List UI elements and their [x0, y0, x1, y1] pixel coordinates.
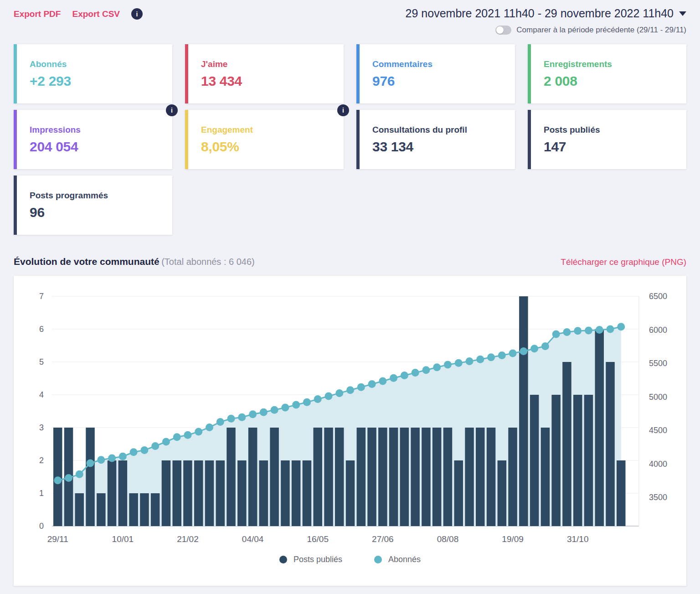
stat-card-value: 8,05%: [201, 139, 339, 155]
export-links: Export PDF Export CSV i: [14, 7, 143, 20]
subscribers-point: [54, 476, 62, 484]
subscribers-point: [346, 386, 354, 394]
left-axis-tick: 2: [39, 456, 44, 465]
toggle-knob: [496, 26, 504, 34]
subscribers-point: [206, 424, 213, 431]
subscribers-point: [466, 357, 474, 365]
right-axis-tick: 4000: [649, 460, 667, 469]
subscribers-point: [271, 406, 278, 414]
posts-bar: [108, 460, 117, 526]
subscribers-point: [520, 347, 527, 355]
subscribers-point: [162, 438, 170, 446]
subscribers-point: [97, 456, 105, 464]
stat-card-5: Engagement8,05%i: [185, 110, 344, 169]
subscribers-point: [151, 442, 159, 450]
subscribers-point: [607, 325, 614, 333]
export-pdf-link[interactable]: Export PDF: [14, 9, 61, 19]
compare-label: Comparer à la période précédente (29/11 …: [516, 26, 686, 35]
subscribers-point: [444, 361, 452, 368]
subscribers-point: [281, 404, 289, 412]
right-axis-tick: 4500: [649, 426, 667, 435]
download-chart-link[interactable]: Télécharger ce graphique (PNG): [561, 257, 686, 267]
legend-item[interactable]: Posts publiés: [279, 555, 342, 564]
posts-bar: [465, 428, 474, 526]
subscribers-point: [65, 474, 72, 482]
subscribers-point: [552, 331, 560, 338]
stat-card-value: 13 434: [201, 73, 339, 89]
x-axis-tick: 31/10: [567, 534, 589, 544]
stat-card-1: J'aime13 434: [185, 44, 344, 103]
subscribers-point: [130, 448, 138, 456]
stat-card-8: Posts programmés96: [14, 176, 172, 235]
left-axis-tick: 3: [39, 423, 44, 432]
date-range-selector[interactable]: 29 novembre 2021 11h40 - 29 novembre 202…: [406, 7, 686, 20]
right-axis-tick: 5500: [649, 359, 667, 368]
left-axis-tick: 6: [39, 325, 44, 334]
subscribers-point: [617, 323, 625, 331]
posts-bar: [357, 428, 366, 526]
posts-bar: [541, 428, 550, 526]
posts-bar: [335, 428, 344, 526]
right-axis-tick: 6500: [649, 292, 667, 301]
stat-card-value: 976: [372, 73, 510, 89]
subscribers-point: [76, 470, 83, 478]
left-axis-tick: 1: [39, 489, 44, 498]
posts-bar: [281, 460, 290, 526]
posts-bar: [443, 428, 453, 526]
legend-dot-icon: [374, 556, 382, 563]
posts-bar: [551, 395, 561, 526]
posts-bar: [562, 362, 571, 526]
subscribers-point: [509, 349, 517, 357]
x-axis-tick: 27/06: [372, 534, 394, 544]
posts-bar: [226, 428, 236, 526]
compare-toggle[interactable]: [495, 26, 511, 35]
subscribers-point: [227, 415, 235, 423]
subscribers-point: [541, 342, 549, 350]
subscribers-point: [325, 393, 333, 400]
stat-card-label: Commentaires: [372, 59, 510, 69]
stat-card-label: Impressions: [30, 125, 168, 135]
legend-dot-icon: [279, 556, 287, 563]
legend-item[interactable]: Abonnés: [374, 555, 421, 564]
export-csv-link[interactable]: Export CSV: [72, 9, 120, 19]
left-axis-tick: 4: [39, 390, 44, 399]
posts-bar: [205, 460, 214, 526]
posts-bar: [487, 428, 496, 526]
posts-bar: [151, 493, 160, 526]
subscribers-point: [412, 369, 419, 377]
left-axis-tick: 0: [39, 522, 44, 531]
posts-bar: [595, 329, 604, 526]
legend-label: Posts publiés: [293, 555, 342, 564]
posts-bar: [216, 460, 225, 526]
posts-bar: [173, 460, 182, 526]
posts-bar: [129, 493, 138, 526]
info-icon[interactable]: i: [337, 104, 349, 116]
right-axis-tick: 5000: [649, 393, 667, 402]
info-icon[interactable]: i: [131, 8, 143, 20]
stat-card-6: Consultations du profil33 134: [356, 110, 515, 169]
subscribers-point: [173, 433, 181, 441]
subscribers-point: [87, 460, 94, 467]
subscribers-point: [140, 446, 148, 454]
posts-bar: [606, 362, 615, 526]
posts-bar: [530, 395, 539, 526]
community-chart-card: 01234567350040004500500055006000650029/1…: [14, 276, 686, 586]
x-axis-tick: 10/01: [112, 534, 134, 544]
posts-bar: [519, 296, 528, 526]
stat-card-value: +2 293: [30, 73, 168, 89]
posts-bar: [476, 428, 485, 526]
stat-card-label: Consultations du profil: [372, 125, 510, 135]
stat-card-label: Posts programmés: [30, 191, 168, 201]
subscribers-point: [585, 327, 592, 335]
posts-bar: [498, 460, 507, 526]
subscribers-point: [303, 398, 311, 406]
posts-bar: [194, 460, 203, 526]
info-icon[interactable]: i: [166, 104, 178, 116]
subscribers-point: [335, 389, 343, 397]
subscribers-point: [401, 372, 408, 379]
stat-card-label: Engagement: [201, 125, 339, 135]
posts-bar: [400, 428, 409, 526]
x-axis-tick: 21/02: [177, 534, 199, 544]
left-axis-tick: 7: [39, 292, 44, 301]
subscribers-point: [433, 363, 441, 371]
